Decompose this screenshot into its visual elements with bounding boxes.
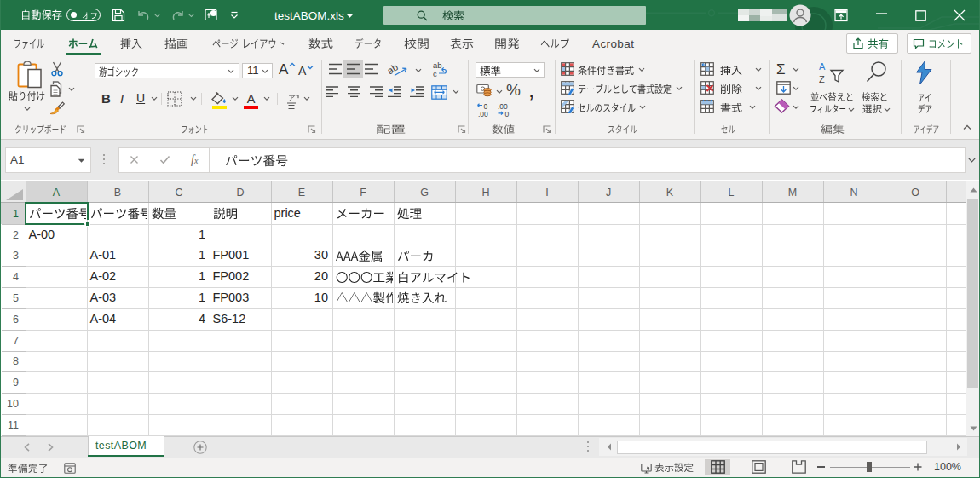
svg-text:A: A (819, 61, 826, 72)
svg-text:0: 0 (505, 110, 510, 118)
svg-text:Z: Z (819, 74, 825, 84)
svg-text:.00: .00 (478, 110, 488, 118)
svg-text:c: c (433, 69, 437, 78)
